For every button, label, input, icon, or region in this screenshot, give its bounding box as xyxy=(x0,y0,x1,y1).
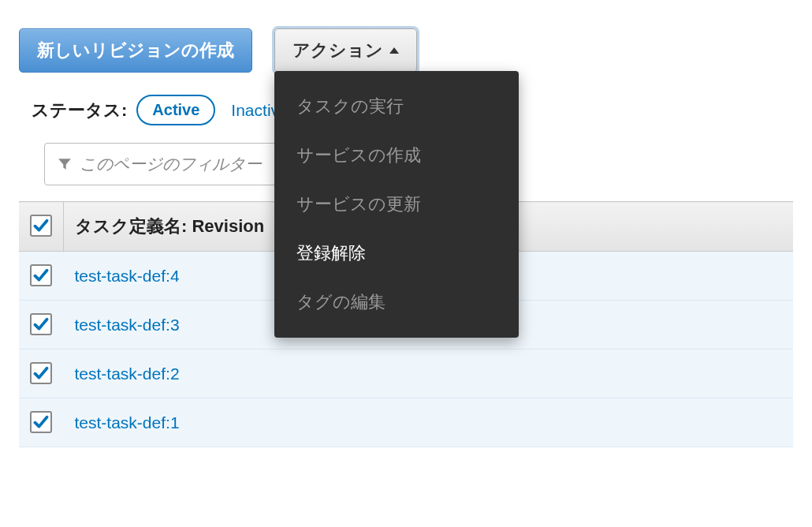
header-checkbox-cell xyxy=(19,202,64,252)
table-row: test-task-def:1 xyxy=(19,398,793,447)
task-def-link[interactable]: test-task-def:4 xyxy=(75,267,180,285)
select-all-checkbox[interactable] xyxy=(30,215,52,237)
row-checkbox[interactable] xyxy=(30,362,52,384)
menu-item-2: サービスの更新 xyxy=(274,180,519,229)
filter-placeholder: このページのフィルター xyxy=(80,153,262,175)
status-label: ステータス: xyxy=(32,99,127,122)
task-def-link[interactable]: test-task-def:3 xyxy=(75,316,180,334)
row-checkbox[interactable] xyxy=(30,313,52,335)
status-active-pill[interactable]: Active xyxy=(136,95,215,125)
action-dropdown-wrap: アクション タスクの実行サービスの作成サービスの更新登録解除タグの編集 xyxy=(274,28,417,73)
action-dropdown-menu: タスクの実行サービスの作成サービスの更新登録解除タグの編集 xyxy=(274,71,519,338)
task-def-link[interactable]: test-task-def:2 xyxy=(75,364,180,383)
toolbar: 新しいリビジョンの作成 アクション タスクの実行サービスの作成サービスの更新登録… xyxy=(19,28,793,73)
action-button-label: アクション xyxy=(292,39,383,62)
menu-item-0: タスクの実行 xyxy=(274,82,519,131)
table-row: test-task-def:2 xyxy=(19,349,793,398)
menu-item-4: タグの編集 xyxy=(274,278,519,327)
task-def-link[interactable]: test-task-def:1 xyxy=(75,413,180,432)
menu-item-1: サービスの作成 xyxy=(274,131,519,180)
caret-up-icon xyxy=(389,47,399,54)
menu-item-3[interactable]: 登録解除 xyxy=(274,229,519,278)
row-checkbox[interactable] xyxy=(30,264,52,286)
row-checkbox[interactable] xyxy=(30,411,52,433)
action-button[interactable]: アクション xyxy=(274,28,417,73)
create-revision-button[interactable]: 新しいリビジョンの作成 xyxy=(19,28,252,73)
filter-icon xyxy=(58,157,72,171)
